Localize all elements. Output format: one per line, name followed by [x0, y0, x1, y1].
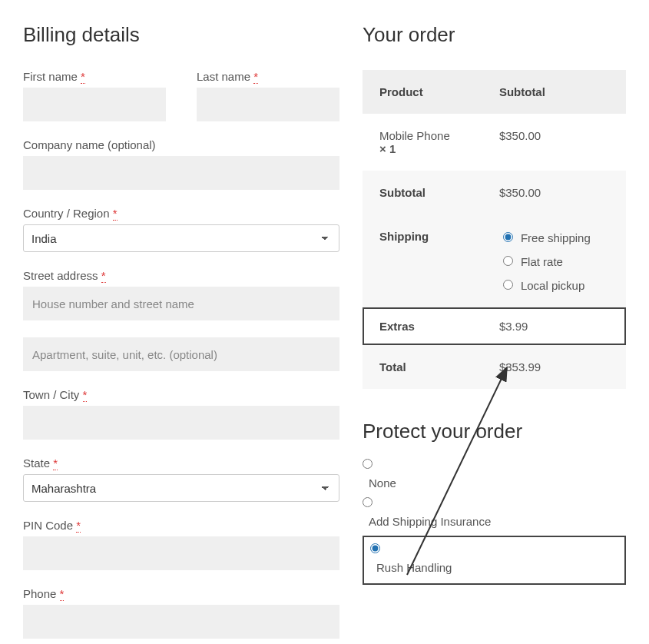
shipping-option[interactable]: Local pickup — [499, 277, 609, 292]
protect-option[interactable]: None — [363, 459, 626, 490]
subtotal-value: $350.00 — [482, 171, 626, 214]
order-item-price: $350.00 — [482, 114, 626, 171]
shipping-option[interactable]: Free shipping — [499, 230, 609, 244]
street-input[interactable] — [23, 287, 339, 320]
last-name-label: Last name * — [197, 70, 339, 83]
subtotal-label: Subtotal — [363, 171, 482, 214]
order-item: Mobile Phone × 1 — [363, 114, 482, 171]
apartment-input[interactable] — [23, 337, 339, 371]
order-table: Product Subtotal Mobile Phone × 1 $350.0… — [363, 70, 626, 389]
country-label: Country / Region * — [23, 207, 339, 220]
col-product: Product — [363, 70, 482, 114]
pin-label: PIN Code * — [23, 519, 339, 532]
total-value: $353.99 — [482, 345, 626, 389]
town-input[interactable] — [23, 406, 339, 440]
shipping-label: Shipping — [363, 214, 482, 307]
protect-option-rush[interactable]: Rush Handling — [363, 536, 626, 585]
order-heading: Your order — [363, 23, 626, 47]
company-input[interactable] — [23, 156, 339, 190]
col-subtotal: Subtotal — [482, 70, 626, 114]
last-name-input[interactable] — [197, 88, 339, 121]
town-label: Town / City * — [23, 388, 339, 401]
extras-value: $3.99 — [482, 307, 626, 345]
state-label: State * — [23, 456, 339, 470]
company-label: Company name (optional) — [23, 138, 339, 151]
pin-input[interactable] — [23, 536, 339, 570]
total-label: Total — [363, 345, 482, 389]
phone-input[interactable] — [23, 605, 339, 639]
street-label: Street address * — [23, 269, 339, 282]
first-name-input[interactable] — [23, 88, 166, 121]
protect-option[interactable]: Add Shipping Insurance — [363, 497, 626, 528]
first-name-label: First name * — [23, 70, 166, 83]
billing-heading: Billing details — [23, 23, 339, 47]
extras-label: Extras — [363, 307, 482, 345]
protect-heading: Protect your order — [363, 420, 626, 443]
shipping-option[interactable]: Flat rate — [499, 254, 609, 268]
state-select[interactable]: Maharashtra — [23, 474, 339, 502]
phone-label: Phone * — [23, 587, 339, 600]
country-select[interactable]: India — [23, 224, 339, 252]
